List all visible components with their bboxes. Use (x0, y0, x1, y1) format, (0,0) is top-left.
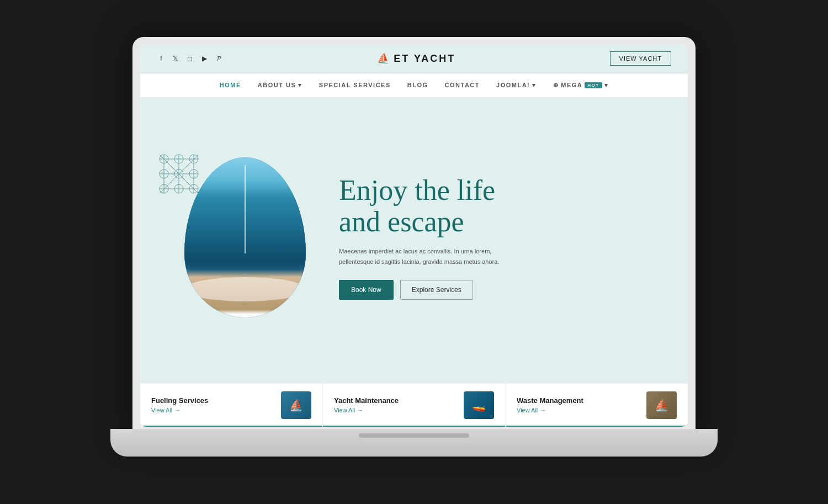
nav-about[interactable]: ABOUT US ▾ (258, 82, 302, 89)
topbar: f 𝕏 ◻ ▶ 𝓟 ⛵ ET YACHT VIEW YACHT (140, 45, 688, 73)
service-link-fueling[interactable]: View All → (151, 407, 281, 413)
youtube-icon[interactable]: ▶ (200, 54, 209, 63)
explore-services-button[interactable]: Explore Services (400, 280, 473, 300)
hero-image-section (173, 157, 317, 317)
decorative-pattern (157, 152, 201, 196)
laptop-screen-outer: f 𝕏 ◻ ▶ 𝓟 ⛵ ET YACHT VIEW YACHT (132, 37, 696, 434)
hero-description: Maecenas imperdiet ac lacus ac convallis… (339, 246, 516, 267)
social-icons: f 𝕏 ◻ ▶ 𝓟 (157, 54, 223, 63)
facebook-icon[interactable]: f (157, 54, 166, 63)
nav-mega[interactable]: ⊕ MEGA HOT ▾ (553, 82, 608, 89)
instagram-icon[interactable]: ◻ (185, 54, 194, 63)
hero-content: Enjoy the life and escape Maecenas imper… (339, 174, 655, 300)
book-now-button[interactable]: Book Now (339, 280, 394, 300)
service-info-waste: Waste Management View All → (517, 396, 646, 413)
service-title-maintenance: Yacht Maintenance (334, 396, 464, 405)
brand-name: ET YACHT (394, 53, 455, 65)
service-image-fueling (281, 391, 311, 419)
service-image-waste (646, 391, 677, 419)
website-content: f 𝕏 ◻ ▶ 𝓟 ⛵ ET YACHT VIEW YACHT (140, 45, 688, 427)
yacht-hero-image (184, 157, 306, 317)
nav-joomla[interactable]: JOOMLA! ▾ (496, 82, 537, 89)
service-link-maintenance[interactable]: View All → (334, 407, 464, 413)
nav-home[interactable]: HOME (220, 82, 241, 88)
laptop-base (110, 429, 718, 457)
brand-icon: ⛵ (377, 52, 389, 65)
view-yacht-button[interactable]: VIEW YACHT (610, 51, 671, 66)
service-image-maintenance (464, 391, 494, 419)
twitter-icon[interactable]: 𝕏 (171, 54, 180, 63)
arrow-right-icon: → (174, 407, 181, 413)
service-link-waste[interactable]: View All → (517, 407, 646, 413)
pinterest-icon[interactable]: 𝓟 (214, 54, 223, 63)
brand-logo[interactable]: ⛵ ET YACHT (377, 52, 455, 65)
mega-icon: ⊕ (553, 82, 559, 89)
laptop-screen-inner: f 𝕏 ◻ ▶ 𝓟 ⛵ ET YACHT VIEW YACHT (140, 45, 688, 427)
laptop-frame: f 𝕏 ◻ ▶ 𝓟 ⛵ ET YACHT VIEW YACHT (110, 37, 718, 468)
service-info-fueling: Fueling Services View All → (151, 396, 281, 413)
service-card-fueling: Fueling Services View All → (140, 384, 323, 427)
hero-section: Enjoy the life and escape Maecenas imper… (140, 98, 688, 383)
hero-buttons: Book Now Explore Services (339, 280, 655, 300)
arrow-right-icon: → (540, 407, 546, 413)
navbar: HOME ABOUT US ▾ SPECIAL SERVICES BLOG CO… (140, 73, 688, 98)
hero-title: Enjoy the life and escape (339, 174, 655, 237)
nav-special-services[interactable]: SPECIAL SERVICES (319, 82, 391, 88)
service-title-fueling: Fueling Services (151, 396, 281, 405)
nav-blog[interactable]: BLOG (407, 82, 428, 88)
arrow-right-icon: → (357, 407, 363, 413)
service-card-waste: Waste Management View All → (506, 384, 688, 427)
service-title-waste: Waste Management (517, 396, 646, 405)
service-card-maintenance: Yacht Maintenance View All → (323, 384, 506, 427)
service-info-maintenance: Yacht Maintenance View All → (334, 396, 464, 413)
chevron-down-icon: ▾ (298, 82, 302, 89)
services-bar: Fueling Services View All → Yacht Mainte… (140, 383, 688, 427)
nav-contact[interactable]: CONTACT (445, 82, 480, 88)
hot-badge: HOT (585, 82, 602, 88)
chevron-down-icon: ▾ (532, 82, 537, 89)
chevron-down-icon: ▾ (604, 82, 609, 89)
